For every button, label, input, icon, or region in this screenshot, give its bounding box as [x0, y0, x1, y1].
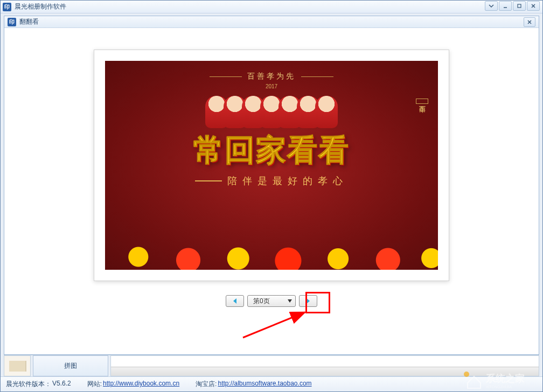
svg-line-2 — [243, 312, 305, 338]
poster-main-text: 常回家看看 — [193, 130, 350, 171]
version-info: 晨光软件版本： V5.6.2 — [6, 380, 71, 389]
poster-top-text: 百善孝为先 — [210, 72, 333, 81]
inner-close-button[interactable] — [524, 17, 535, 27]
inner-window-title: 翻翻看 — [19, 17, 520, 26]
poster-sub-text: 陪伴是最好的孝心 — [195, 174, 348, 187]
inner-titlebar[interactable]: 印 翻翻看 — [4, 16, 539, 28]
outer-titlebar[interactable]: 印 晨光相册制作软件 — [1, 1, 542, 13]
viewer-area: 百善孝为先 2017 丁酉年 常回家看看 陪伴是最好的孝心 — [4, 28, 539, 354]
poster-side-text: 丁酉年 — [416, 99, 428, 104]
page-navigation: 第0页 — [226, 295, 317, 307]
poster-flowers — [105, 237, 438, 270]
pintu-button[interactable]: 拼图 — [33, 355, 108, 376]
bottom-strip: 拼图 — [4, 355, 539, 376]
status-bar: 晨光软件版本： V5.6.2 网站: http://www.diybook.co… — [1, 376, 542, 391]
main-window: 印 晨光相册制作软件 印 翻翻看 — [0, 0, 543, 392]
svg-rect-1 — [518, 4, 521, 8]
poster-family-illustration — [207, 96, 336, 128]
website-label: 网站: — [87, 380, 102, 389]
thumbnail-panel[interactable] — [4, 355, 31, 376]
bottom-scroll-area[interactable] — [110, 355, 539, 376]
page-canvas: 百善孝为先 2017 丁酉年 常回家看看 陪伴是最好的孝心 — [94, 50, 449, 281]
preview-window: 印 翻翻看 百善孝为先 2017 丁酉年 常回家看看 陪伴是最好的 — [4, 16, 539, 355]
poster-content: 百善孝为先 2017 丁酉年 常回家看看 陪伴是最好的孝心 — [105, 61, 438, 270]
prev-page-button[interactable] — [226, 295, 244, 307]
page-select-dropdown[interactable]: 第0页 — [247, 295, 296, 307]
website-link[interactable]: http://www.diybook.com.cn — [103, 380, 179, 389]
pintu-label: 拼图 — [64, 361, 77, 370]
website-info: 网站: http://www.diybook.com.cn — [87, 380, 179, 389]
annotation-arrow — [240, 308, 316, 340]
version-label: 晨光软件版本： — [6, 380, 51, 389]
next-page-button[interactable] — [299, 295, 317, 307]
version-value: V5.6.2 — [52, 380, 71, 389]
taobao-label: 淘宝店: — [196, 380, 217, 389]
app-icon: 印 — [3, 3, 11, 11]
close-button[interactable] — [527, 1, 540, 11]
poster-year: 2017 — [266, 83, 277, 89]
maximize-button[interactable] — [513, 1, 526, 11]
dropdown-caret-icon — [288, 299, 292, 303]
minimize-button[interactable] — [499, 1, 512, 11]
outer-window-title: 晨光相册制作软件 — [15, 2, 540, 11]
inner-app-icon: 印 — [8, 18, 16, 26]
window-dropdown-button[interactable] — [485, 1, 498, 11]
page-select-label: 第0页 — [253, 297, 270, 306]
taobao-info: 淘宝店: http://albumsoftware.taobao.com — [196, 380, 311, 389]
taobao-link[interactable]: http://albumsoftware.taobao.com — [218, 380, 311, 389]
page-thumbnail — [9, 361, 25, 372]
